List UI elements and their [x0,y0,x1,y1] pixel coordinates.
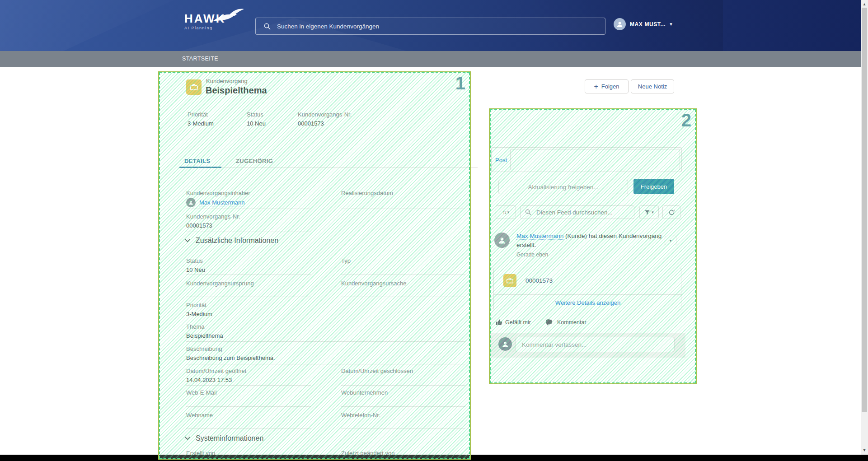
highlight-label: Kundenvorgangs-Nr. [298,111,352,118]
field-description: Beschreibung Beschreibung zum Beispielth… [186,345,465,364]
feed-item-body: Max Mustermann (Kunde) hat diesen Kunden… [516,232,666,258]
global-header: HAWK AI Planning MAX MUST... ▾ [0,0,868,51]
feed-sort-button[interactable]: ↑↓ ▾ [496,205,516,219]
highlight-priority: Priorität 3-Medium [188,111,214,127]
feed-search[interactable] [520,205,634,219]
comment-avatar [498,337,512,351]
new-note-button-label: Neue Notiz [638,83,667,90]
tab-details[interactable]: DETAILS [179,158,215,164]
show-more-details-link[interactable]: Weitere Details anzeigen [494,294,682,311]
field-web-phone: Webtelefon-Nr. [341,412,465,428]
field-realization-date: Realisierungsdatum [341,190,465,209]
section-title: Zusätzliche Informationen [196,237,278,245]
feed-refresh-button[interactable] [662,205,680,219]
plus-icon: + [594,83,598,90]
follow-button-label: Folgen [601,83,619,90]
thumbs-up-icon[interactable] [496,319,503,326]
feed-item-timestamp: Gerade eben [516,251,666,258]
field-case-number: Kundenvorgangs-Nr. 00001573 [186,213,311,232]
feed-search-input[interactable] [535,209,629,216]
section-additional-info[interactable]: Zusätzliche Informationen [184,237,278,245]
feed-item-menu-button[interactable]: ▾ [665,236,676,245]
feed-record-number: 00001573 [525,277,553,284]
search-icon [264,23,271,30]
field-status: Status 10 Neu [186,257,311,275]
feed-publisher: Post [491,147,682,172]
share-button[interactable]: Freigeben [633,179,674,194]
user-menu[interactable]: MAX MUST... ▾ [614,18,672,30]
global-search-input[interactable] [276,23,605,30]
hawk-logo[interactable]: HAWK AI Planning [184,13,225,30]
highlight-label: Priorität [188,111,214,118]
section-system-info[interactable]: Systeminformationen [184,434,263,442]
refresh-icon [668,209,675,216]
scrollbar-thumb[interactable] [862,8,867,412]
field-opened: Datum/Uhrzeit geöffnet 14.04.2023 17:53 [186,368,311,386]
field-owner: Kundenvorgangsinhaber Max Mustermann [186,190,311,209]
field-reason: Kundenvorgangsursache [341,280,465,297]
nav-tabbar: STARTSEITE [0,51,868,67]
share-update-input[interactable] [498,180,628,194]
field-subject: Thema Beispielthema [186,323,465,342]
scrollbar-up-arrow[interactable]: ▴ [861,0,868,8]
chevron-down-icon: ▾ [652,210,654,214]
filter-funnel-icon [644,210,650,215]
case-icon [503,274,516,287]
section-title: Systeminformationen [196,434,263,442]
highlight-status: Status 10 Neu [247,111,266,127]
highlight-value: 00001573 [298,120,352,127]
follow-button[interactable]: + Folgen [585,79,629,93]
chevron-down-icon: ▾ [507,210,510,214]
highlight-label: Status [247,111,266,118]
brand-tagline: AI Planning [184,26,225,30]
field-priority: Priorität 3-Medium [186,302,311,319]
field-closed: Datum/Uhrzeit geschlossen [341,368,465,386]
owner-link[interactable]: Max Mustermann [199,199,244,206]
case-icon [186,79,202,95]
annotation-number: 1 [455,73,465,93]
bottom-black-bar [0,455,868,461]
annotation-number: 2 [681,110,691,130]
chevron-down-icon [184,237,191,244]
record-entity-label: Kundenvorgang [206,78,248,84]
search-icon [525,209,531,215]
new-note-button[interactable]: Neue Notiz [631,79,674,93]
active-tab-underline [179,167,221,168]
comment-bubble-icon[interactable] [546,319,553,326]
app-window: HAWK AI Planning MAX MUST... ▾ STARTSEIT… [0,0,868,461]
post-textarea[interactable] [510,149,680,170]
tab-startseite[interactable]: STARTSEITE [182,51,218,67]
chevron-down-icon[interactable]: ▾ [670,22,672,27]
tab-zugehoerig[interactable]: ZUGEHÖRIG [231,158,278,164]
tabs-baseline [178,168,478,168]
feed-filter-button[interactable]: ▾ [639,205,659,219]
field-web-name: Webname [186,412,311,428]
feed-item-text: Max Mustermann (Kunde) hat diesen Kunden… [516,232,666,250]
owner-avatar [186,198,196,207]
feed-item-avatar [494,233,510,248]
highlight-value: 10 Neu [247,120,266,127]
field-web-email: Web-E-Mail [186,389,311,407]
highlight-value: 3-Medium [188,120,214,127]
scrollbar-down-arrow[interactable]: ▾ [861,447,868,454]
record-title: Beispielthema [206,85,267,96]
hawk-bird-icon [211,6,246,25]
field-type: Typ [341,257,465,275]
field-web-company: Webunternehmen [341,389,465,407]
chevron-down-icon [184,435,191,442]
user-avatar [614,18,626,30]
like-button[interactable]: Gefällt mir [505,319,531,326]
comment-button[interactable]: Kommentar [557,319,586,326]
user-name: MAX MUST... [630,21,666,28]
tab-post[interactable]: Post [495,157,507,163]
global-search[interactable] [255,18,605,35]
chevron-down-icon: ▾ [669,238,671,243]
comment-input[interactable] [515,337,675,352]
feed-record-card[interactable]: 00001573 Weitere Details anzeigen [493,268,681,310]
feed-author-link[interactable]: Max Mustermann [516,233,563,240]
highlight-case-number: Kundenvorgangs-Nr. 00001573 [298,111,352,127]
field-origin: Kundenvorgangsursprung [186,280,311,297]
sort-arrows-icon: ↑↓ [502,209,506,215]
share-button-label: Freigeben [641,183,667,190]
